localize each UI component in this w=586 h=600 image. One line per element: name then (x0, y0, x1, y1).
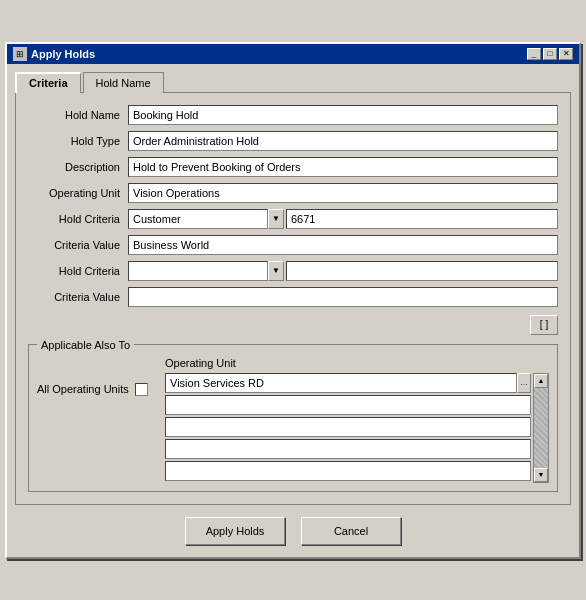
window-title: Apply Holds (31, 48, 95, 60)
criteria-value-1-label: Criteria Value (28, 239, 128, 251)
hold-criteria-1-code[interactable] (286, 209, 558, 229)
criteria-value-2-input[interactable] (128, 287, 558, 307)
hold-criteria-2-dropdown[interactable]: ▼ (268, 261, 284, 281)
applicable-group: Applicable Also To All Operating Units O… (28, 339, 558, 492)
hold-criteria-1-controls: ▼ (128, 209, 558, 229)
all-ou-row: All Operating Units (37, 383, 157, 396)
ou-list-container: … (165, 373, 549, 483)
ou-input-1[interactable] (165, 373, 517, 393)
all-ou-checkbox[interactable] (135, 383, 148, 396)
title-bar-left: ⊞ Apply Holds (13, 47, 95, 61)
ou-input-3[interactable] (165, 417, 531, 437)
hold-criteria-2-select[interactable] (128, 261, 268, 281)
button-row: Apply Holds Cancel (15, 517, 571, 549)
ou-row-1: … (165, 373, 531, 393)
criteria-value-2-label: Criteria Value (28, 291, 128, 303)
ou-row-5 (165, 461, 531, 481)
description-label: Description (28, 161, 128, 173)
ou-row-3 (165, 417, 531, 437)
scroll-down-btn[interactable]: ▼ (534, 468, 548, 482)
hold-criteria-1-select[interactable] (128, 209, 268, 229)
tab-criteria[interactable]: Criteria (15, 72, 81, 93)
hold-criteria-1-row: Hold Criteria ▼ (28, 209, 558, 229)
operating-unit-label: Operating Unit (28, 187, 128, 199)
applicable-legend: Applicable Also To (37, 339, 134, 351)
hold-criteria-2-code[interactable] (286, 261, 558, 281)
applicable-columns: All Operating Units Operating Unit (37, 357, 549, 483)
hold-criteria-2-label: Hold Criteria (28, 265, 128, 277)
operating-unit-input[interactable] (128, 183, 558, 203)
scroll-track (534, 388, 548, 468)
hold-name-input[interactable] (128, 105, 558, 125)
criteria-value-2-row: Criteria Value (28, 287, 558, 307)
copy-button[interactable]: [ ] (530, 315, 558, 335)
ou-column-label: Operating Unit (165, 357, 549, 369)
tab-hold-name[interactable]: Hold Name (83, 72, 164, 93)
description-row: Description (28, 157, 558, 177)
ou-input-4[interactable] (165, 439, 531, 459)
title-bar: ⊞ Apply Holds _ □ ✕ (7, 44, 579, 64)
criteria-value-1-row: Criteria Value (28, 235, 558, 255)
applicable-right: Operating Unit … (165, 357, 549, 483)
ou-list: … (165, 373, 531, 483)
ou-scrollbar: ▲ ▼ (533, 373, 549, 483)
all-ou-label: All Operating Units (37, 383, 129, 395)
hold-name-row: Hold Name (28, 105, 558, 125)
ou-input-2[interactable] (165, 395, 531, 415)
hold-name-label: Hold Name (28, 109, 128, 121)
window-icon: ⊞ (13, 47, 27, 61)
copy-btn-area: [ ] (28, 313, 558, 337)
criteria-value-1-input[interactable] (128, 235, 558, 255)
applicable-left: All Operating Units (37, 357, 157, 483)
hold-criteria-1-label: Hold Criteria (28, 213, 128, 225)
window-content: Criteria Hold Name Hold Name Hold Type D… (7, 64, 579, 557)
close-button[interactable]: ✕ (559, 48, 573, 60)
scroll-up-btn[interactable]: ▲ (534, 374, 548, 388)
maximize-button[interactable]: □ (543, 48, 557, 60)
ou-row-2 (165, 395, 531, 415)
tab-bar: Criteria Hold Name (15, 72, 571, 93)
ou-row-4 (165, 439, 531, 459)
main-window: ⊞ Apply Holds _ □ ✕ Criteria Hold Name H… (5, 42, 581, 559)
hold-criteria-1-dropdown[interactable]: ▼ (268, 209, 284, 229)
hold-criteria-2-controls: ▼ (128, 261, 558, 281)
ou-browse-btn-1[interactable]: … (517, 373, 531, 393)
ou-input-5[interactable] (165, 461, 531, 481)
operating-unit-row: Operating Unit (28, 183, 558, 203)
minimize-button[interactable]: _ (527, 48, 541, 60)
apply-holds-button[interactable]: Apply Holds (185, 517, 285, 545)
description-input[interactable] (128, 157, 558, 177)
title-buttons: _ □ ✕ (527, 48, 573, 60)
cancel-button[interactable]: Cancel (301, 517, 401, 545)
hold-type-input[interactable] (128, 131, 558, 151)
hold-criteria-2-row: Hold Criteria ▼ (28, 261, 558, 281)
tab-content-criteria: Hold Name Hold Type Description Operatin… (15, 92, 571, 505)
hold-type-label: Hold Type (28, 135, 128, 147)
hold-type-row: Hold Type (28, 131, 558, 151)
